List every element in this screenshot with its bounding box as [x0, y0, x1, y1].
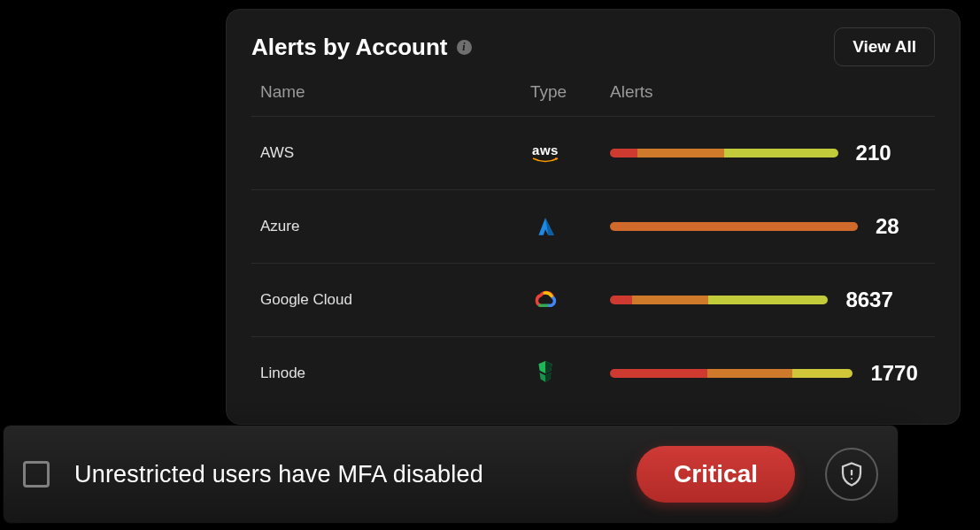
- alert-checkbox[interactable]: [23, 461, 50, 488]
- severity-pill: Critical: [637, 446, 795, 503]
- card-header: Alerts by Account i View All: [251, 27, 935, 66]
- info-icon[interactable]: i: [457, 40, 472, 55]
- row-name: Azure: [260, 218, 299, 234]
- table-row[interactable]: Azure 28: [251, 190, 935, 264]
- alert-bar: [610, 149, 838, 157]
- table-row[interactable]: Google Cloud 8637: [251, 264, 935, 337]
- svg-point-1: [851, 478, 853, 480]
- alert-strip: Unrestricted users have MFA disabled Cri…: [4, 426, 898, 523]
- alerts-by-account-card: Alerts by Account i View All Name Type A…: [226, 9, 961, 425]
- alert-count: 1770: [870, 361, 932, 386]
- aws-icon: aws: [530, 138, 560, 168]
- table-row[interactable]: AWS aws 210: [251, 117, 935, 190]
- view-all-button[interactable]: View All: [834, 27, 935, 66]
- row-name: Linode: [260, 365, 305, 381]
- table-row[interactable]: Linode 1770: [251, 337, 935, 410]
- alert-count: 8637: [845, 288, 907, 312]
- alert-count: 28: [876, 214, 938, 239]
- card-title-wrap: Alerts by Account i: [251, 34, 472, 61]
- col-header-name: Name: [260, 82, 530, 102]
- alert-bar: [610, 369, 853, 378]
- alert-bar: [610, 222, 858, 231]
- col-header-alerts: Alerts: [610, 82, 926, 102]
- table-body: AWS aws 210Azure 28Google Cloud 8637Lino…: [251, 117, 935, 410]
- shield-alert-icon: [838, 461, 865, 488]
- row-name: Google Cloud: [260, 291, 352, 308]
- azure-icon: [530, 211, 560, 242]
- col-header-type: Type: [530, 82, 610, 102]
- card-title: Alerts by Account: [251, 34, 448, 61]
- row-name: AWS: [260, 144, 294, 161]
- alert-bar: [610, 296, 828, 304]
- alert-text: Unrestricted users have MFA disabled: [74, 461, 612, 488]
- alert-count: 210: [856, 141, 918, 165]
- linode-icon: [530, 358, 560, 388]
- google-cloud-icon: [530, 285, 560, 315]
- shield-alert-button[interactable]: [825, 448, 878, 501]
- table-header: Name Type Alerts: [251, 77, 935, 117]
